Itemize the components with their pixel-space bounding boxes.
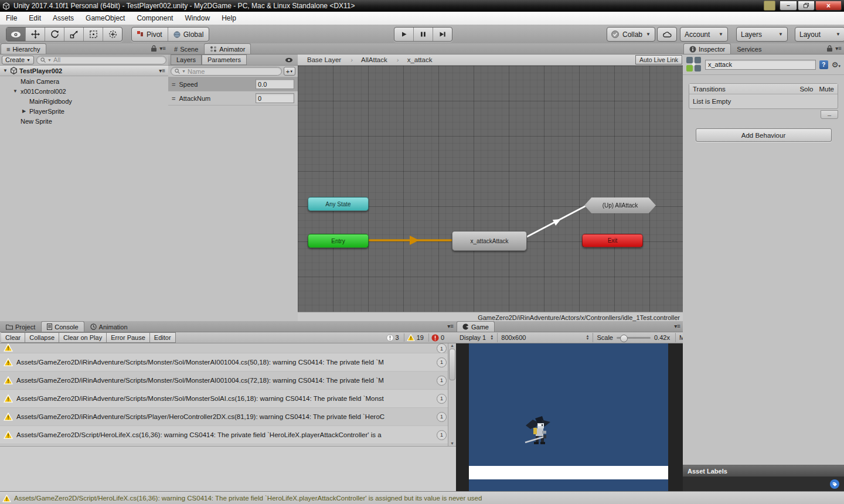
- scale-slider[interactable]: [617, 337, 651, 339]
- tab-parameters[interactable]: Parameters: [202, 55, 247, 65]
- state-node-x-attackattack[interactable]: x_attackAttack: [452, 231, 527, 251]
- tab-animator[interactable]: Animator: [204, 43, 251, 54]
- menu-item[interactable]: File: [0, 12, 23, 24]
- resolution-dropdown[interactable]: 800x600 ▲▼: [498, 333, 593, 342]
- help-icon[interactable]: ?: [819, 60, 828, 69]
- console-toolbar-button[interactable]: Clear on Play: [59, 332, 107, 343]
- console-log-row[interactable]: Assets/GameZero2D/iRinAdventure/Scripts/…: [0, 353, 456, 372]
- step-button[interactable]: [433, 28, 452, 41]
- menu-item[interactable]: Window: [179, 12, 216, 24]
- account-dropdown[interactable]: Account▼: [680, 27, 728, 42]
- tab-project[interactable]: Project: [1, 322, 40, 332]
- breadcrumb-item[interactable]: x_attack: [392, 56, 437, 63]
- label-tag-icon[interactable]: [830, 479, 839, 489]
- hierarchy-item[interactable]: ▼ x001Control002: [0, 86, 168, 96]
- play-button[interactable]: [394, 28, 414, 41]
- console-log-row[interactable]: Assets/GameZero2D/iRinAdventure/Scripts/…: [0, 390, 456, 408]
- state-node-up-allattack[interactable]: (Up) AllAttack: [584, 197, 656, 213]
- create-button[interactable]: Create▼: [2, 56, 34, 64]
- visibility-eye-icon[interactable]: [285, 57, 293, 63]
- hierarchy-search-input[interactable]: ▼ All: [36, 56, 166, 64]
- state-node-entry[interactable]: Entry: [308, 234, 369, 248]
- breadcrumb-item[interactable]: AllAttack: [346, 56, 392, 63]
- console-log-row[interactable]: Assets/GameZero2D/Script/HeroLifeX.cs(16…: [0, 426, 456, 444]
- asset-labels-header[interactable]: Asset Labels: [683, 465, 844, 477]
- console-toolbar-button[interactable]: Error Pause: [107, 332, 150, 343]
- console-toolbar-button[interactable]: Collapse: [25, 332, 59, 343]
- pane-menu-icon[interactable]: ▾≡: [159, 45, 166, 52]
- menu-item[interactable]: Component: [131, 12, 179, 24]
- info-count-toggle[interactable]: 3: [384, 333, 401, 342]
- transform-tool-button[interactable]: [103, 28, 122, 41]
- gear-icon[interactable]: ⚙▾: [832, 60, 840, 69]
- scrollbar-thumb[interactable]: [449, 349, 455, 380]
- move-tool-button[interactable]: [26, 28, 45, 41]
- console-toolbar-button[interactable]: Editor: [150, 332, 176, 343]
- pause-button[interactable]: [414, 28, 433, 41]
- console-toolbar-button[interactable]: Clear: [1, 332, 25, 343]
- hierarchy-item[interactable]: New Sprite: [0, 116, 168, 126]
- tab-game[interactable]: Game: [457, 321, 495, 332]
- pane-menu-icon[interactable]: ▾≡: [447, 323, 454, 329]
- menu-item[interactable]: GameObject: [80, 12, 131, 24]
- pane-menu-icon[interactable]: ▾≡: [835, 45, 842, 52]
- status-bar[interactable]: Assets/GameZero2D/Script/HeroLifeX.cs(16…: [0, 491, 844, 504]
- tab-inspector[interactable]: Inspector: [683, 43, 731, 54]
- global-toggle[interactable]: Global: [168, 28, 209, 41]
- lock-icon[interactable]: [827, 45, 832, 52]
- tab-console[interactable]: Console: [41, 321, 84, 332]
- auto-live-link-button[interactable]: Auto Live Link: [635, 55, 682, 64]
- menu-item[interactable]: Assets: [47, 12, 80, 24]
- layers-dropdown[interactable]: Layers▼: [736, 27, 788, 42]
- error-count-toggle[interactable]: 0: [428, 333, 447, 342]
- scene-header-row[interactable]: ▼ TestPlayer002 ▾≡: [0, 66, 168, 76]
- console-scrollbar[interactable]: ▲ ▼: [448, 343, 456, 446]
- tab-scene[interactable]: # Scene: [169, 44, 203, 54]
- add-parameter-button[interactable]: +▼: [284, 67, 295, 76]
- collab-dropdown[interactable]: Collab▼: [607, 27, 655, 42]
- state-machine-canvas[interactable]: Any State Entry x_attackAttack Exit (Up)…: [298, 66, 683, 312]
- hierarchy-item[interactable]: MainRigidbody: [0, 96, 168, 106]
- menu-item[interactable]: Help: [216, 12, 242, 24]
- state-node-any-state[interactable]: Any State: [308, 197, 369, 211]
- display-dropdown[interactable]: Display 1 ▲▼: [456, 333, 498, 342]
- parameter-value-field[interactable]: 0.0: [256, 79, 294, 89]
- hierarchy-item[interactable]: Main Camera: [0, 76, 168, 86]
- drag-handle-icon[interactable]: =: [172, 95, 175, 102]
- tab-hierarchy[interactable]: ≡ Hierarchy: [1, 43, 46, 54]
- console-log-row[interactable]: Assets/GameZero2D/iRinAdventure/Scripts/…: [0, 372, 456, 390]
- minimize-button[interactable]: –: [780, 1, 797, 11]
- pane-menu-icon[interactable]: ▾≡: [674, 323, 680, 329]
- rect-tool-button[interactable]: [84, 28, 103, 41]
- tab-layers[interactable]: Layers: [171, 55, 202, 65]
- pane-menu-icon[interactable]: ▾≡: [159, 67, 165, 74]
- game-viewport[interactable]: [456, 343, 683, 492]
- state-name-field[interactable]: x_attack: [705, 60, 816, 70]
- maximize-on-play-toggle[interactable]: Max: [676, 333, 683, 342]
- menu-item[interactable]: Edit: [23, 12, 47, 24]
- state-node-exit[interactable]: Exit: [582, 234, 643, 247]
- breadcrumb-item[interactable]: Base Layer: [302, 56, 346, 63]
- pivot-toggle[interactable]: Pivot: [132, 28, 168, 41]
- remove-transition-button[interactable]: –: [821, 110, 838, 119]
- layout-dropdown[interactable]: Layout▼: [795, 27, 844, 42]
- close-button[interactable]: ×: [815, 1, 842, 11]
- parameter-row[interactable]: = AttackNum 0: [168, 91, 298, 105]
- rotate-tool-button[interactable]: [45, 28, 64, 41]
- restore-button[interactable]: [798, 1, 815, 11]
- console-detail-area[interactable]: [0, 446, 456, 492]
- view-tool-button[interactable]: [6, 28, 26, 41]
- console-log-row[interactable]: 1: [0, 343, 456, 353]
- scale-tool-button[interactable]: [64, 28, 84, 41]
- hierarchy-item[interactable]: ▶ PlayerSprite: [0, 106, 168, 116]
- drag-handle-icon[interactable]: =: [172, 81, 175, 88]
- console-log-row[interactable]: Assets/GameZero2D/iRinAdventure/Scripts/…: [0, 408, 456, 426]
- warning-count-toggle[interactable]: 19: [404, 333, 426, 342]
- cloud-button[interactable]: [657, 27, 677, 42]
- add-behaviour-button[interactable]: Add Behaviour: [696, 128, 832, 142]
- parameter-search-input[interactable]: ▼ Name: [171, 67, 282, 76]
- foldout-arrow-icon[interactable]: ▼: [2, 68, 8, 73]
- tab-animation[interactable]: Animation: [85, 322, 133, 332]
- lock-icon[interactable]: [151, 45, 156, 52]
- parameter-row[interactable]: = Speed 0.0: [168, 77, 298, 91]
